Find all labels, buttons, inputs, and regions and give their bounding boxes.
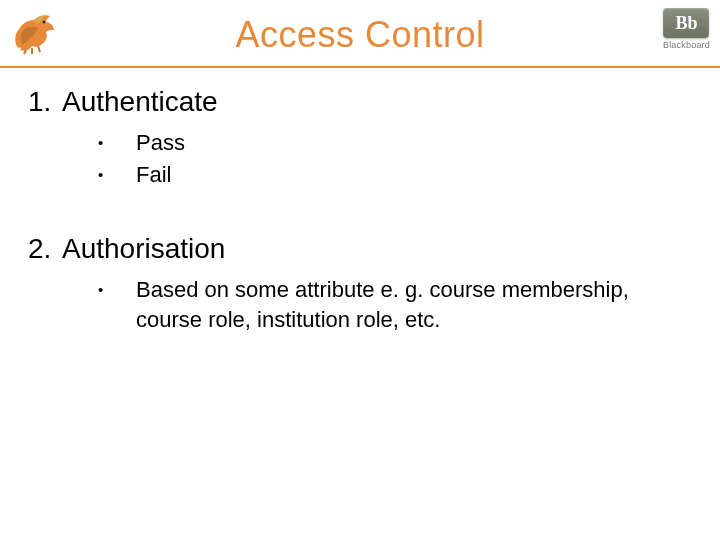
blackboard-label: Blackboard — [663, 40, 710, 50]
slide-content: 1.Authenticate • Pass • Fail 2.Authorisa… — [0, 68, 720, 335]
list-title: Authorisation — [62, 233, 225, 264]
list-item-heading: 2.Authorisation — [28, 233, 692, 265]
bullet-icon: • — [98, 160, 136, 185]
blackboard-bb-text: Bb — [675, 13, 697, 34]
sublist-text: Pass — [136, 128, 692, 158]
list-number: 1. — [28, 86, 62, 118]
sublist-item: • Fail — [98, 160, 692, 190]
blackboard-box-icon: Bb — [663, 8, 709, 38]
sublist: • Pass • Fail — [28, 128, 692, 189]
list-title: Authenticate — [62, 86, 218, 117]
list-number: 2. — [28, 233, 62, 265]
blackboard-logo: Bb Blackboard — [663, 8, 710, 50]
list-item-heading: 1.Authenticate — [28, 86, 692, 118]
slide-title: Access Control — [0, 14, 720, 56]
slide-header: Access Control Bb Blackboard — [0, 0, 720, 68]
sublist-text: Fail — [136, 160, 692, 190]
sublist-item: • Based on some attribute e. g. course m… — [98, 275, 692, 334]
bullet-icon: • — [98, 128, 136, 153]
sublist-item: • Pass — [98, 128, 692, 158]
bullet-icon: • — [98, 275, 136, 300]
sublist-text: Based on some attribute e. g. course mem… — [136, 275, 692, 334]
sublist: • Based on some attribute e. g. course m… — [28, 275, 692, 334]
list-item: 2.Authorisation • Based on some attribut… — [28, 233, 692, 334]
list-item: 1.Authenticate • Pass • Fail — [28, 86, 692, 189]
